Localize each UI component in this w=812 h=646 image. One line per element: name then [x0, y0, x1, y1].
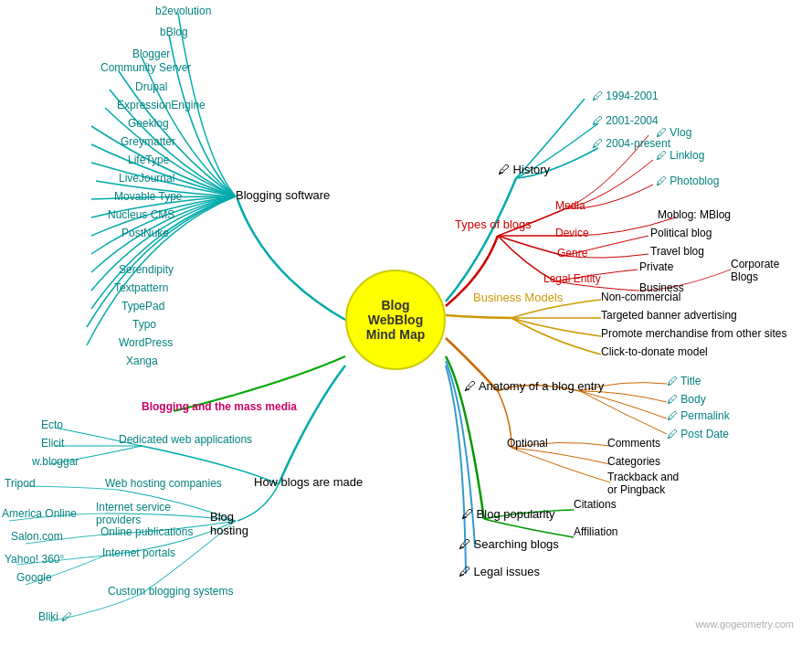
blogging-mass-media: Blogging and the mass media — [142, 400, 297, 413]
categories: Categories — [607, 455, 660, 468]
typepad: TypePad — [121, 300, 164, 312]
center-line1: Blog — [366, 298, 426, 312]
livejournal: LiveJournal — [119, 172, 174, 185]
bblog: bBlog — [160, 26, 188, 38]
permalink: 🖊 Permalink — [667, 409, 730, 422]
center-line3: Mind Map — [366, 327, 426, 342]
hist-2001: 🖊 2001-2004 — [592, 114, 659, 127]
post-date: 🖊 Post Date — [667, 428, 729, 440]
blog-hosting: Bloghosting — [210, 510, 248, 537]
genre-label: Genre — [557, 247, 587, 259]
optional-label: Optional — [507, 437, 548, 450]
typo: Typo — [132, 318, 156, 331]
wordpress: WordPress — [119, 336, 173, 349]
bliki: Bliki 🖊 — [38, 610, 72, 623]
elicit: Elicit — [41, 437, 64, 450]
travel-blog: Travel blog — [650, 245, 704, 258]
online-publications: Online publications — [100, 525, 193, 538]
media-label: Media — [555, 199, 585, 212]
trackback: Trackback andor Pingback — [607, 471, 679, 496]
hist-1994: 🖊 1994-2001 — [592, 90, 659, 102]
dedicated-web-apps: Dedicated web applications — [119, 433, 252, 446]
lifetype: LifeType — [128, 154, 169, 166]
citations: Citations — [574, 498, 617, 511]
history-label: 🖊 History — [498, 163, 550, 176]
ecto: Ecto — [41, 418, 63, 431]
blogging-software-label: Blogging software — [236, 188, 330, 202]
searching-blogs: 🖊 Searching blogs — [459, 537, 559, 551]
comments: Comments — [607, 437, 660, 450]
non-commercial: Non-commercial — [601, 291, 680, 303]
america-online: America Online — [2, 507, 77, 520]
google: Google — [16, 571, 52, 584]
vlog: 🖊 Vlog — [656, 126, 691, 139]
center-line2: WebBlog — [366, 312, 426, 327]
device-label: Device — [555, 227, 589, 239]
yahoo360: Yahoo! 360° — [5, 553, 64, 566]
web-hosting: Web hosting companies — [105, 477, 222, 490]
photoblog: 🖊 Photoblog — [656, 175, 719, 187]
click-donate: Click-to-donate model — [601, 345, 708, 358]
isp: Internet serviceproviders — [96, 501, 171, 526]
political-blog: Political blog — [650, 227, 712, 239]
greymatter: Greymatter — [121, 135, 175, 148]
anatomy-label: 🖊 Anatomy of a blog entry — [464, 379, 604, 393]
w-bloggar: w.bloggar — [32, 455, 79, 468]
moblog: Moblog: MBlog — [658, 208, 731, 221]
serendipity: Serendipity — [119, 263, 174, 276]
blogger: Blogger — [132, 48, 170, 60]
salon: Salon.com — [11, 530, 63, 543]
internet-portals: Internet portals — [102, 546, 175, 559]
linklog: 🖊 Linklog — [656, 149, 704, 162]
tripod: Tripod — [5, 477, 36, 490]
affiliation: Affiliation — [574, 525, 617, 538]
b2evolution: b2evolution — [155, 5, 211, 17]
corporate-blogs: CorporateBlogs — [731, 258, 779, 283]
watermark: www.gogeometry.com — [696, 619, 794, 630]
expression-engine: ExpressionEngine — [117, 99, 206, 111]
types-label: Types of blogs — [455, 217, 532, 231]
legal-issues: 🖊 Legal issues — [459, 565, 540, 578]
promote-merch: Promote merchandise from other sites — [601, 327, 786, 340]
geeklog: Geeklog — [128, 117, 169, 130]
nucleus-cms: Nucleus CMS — [108, 208, 174, 221]
center-node: Blog WebBlog Mind Map — [345, 270, 446, 370]
hist-2004: 🖊 2004-present — [592, 137, 670, 150]
title: 🖊 Title — [667, 375, 701, 387]
how-blogs-are-made: How blogs are made — [254, 475, 363, 489]
movable-type: Movable Type — [114, 190, 183, 203]
custom-blogging: Custom blogging systems — [108, 585, 233, 598]
body: 🖊 Body — [667, 393, 706, 406]
targeted-banner: Targeted banner advertising — [601, 309, 737, 322]
drupal: Drupal — [135, 80, 167, 93]
community-server: Community Server — [100, 61, 191, 74]
xanga: Xanga — [126, 355, 158, 367]
textpattern: Textpattern — [114, 281, 168, 294]
blog-popularity-label: 🖊 Blog popularity — [461, 507, 555, 521]
postnuke: PostNuke — [121, 227, 169, 239]
business-models-label: Business Models — [473, 291, 563, 304]
legal-entity-label: Legal Entity — [543, 272, 601, 285]
private: Private — [639, 260, 673, 273]
